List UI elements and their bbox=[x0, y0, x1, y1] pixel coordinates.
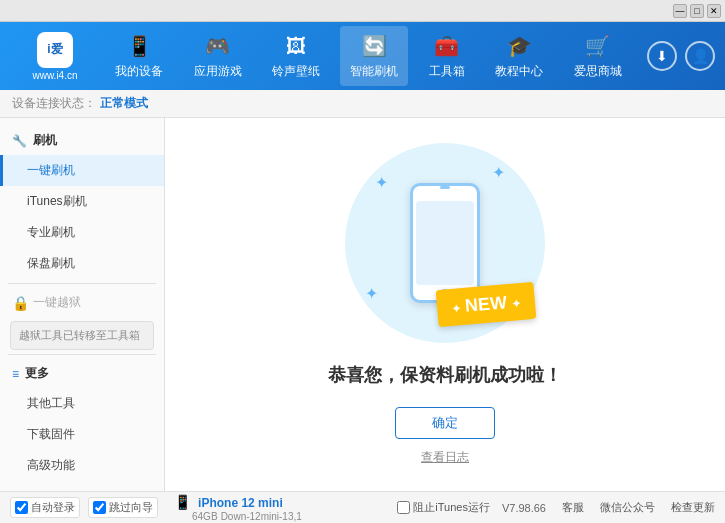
sidebar-item-other-tools[interactable]: 其他工具 bbox=[0, 388, 164, 419]
download-btn[interactable]: ⬇ bbox=[647, 41, 677, 71]
sparkle-3: ✦ bbox=[365, 284, 378, 303]
nav-bar: 📱 我的设备 🎮 应用游戏 🖼 铃声壁纸 🔄 智能刷机 🧰 工具箱 🎓 教程中心… bbox=[100, 26, 637, 86]
sidebar-divider-1 bbox=[8, 283, 156, 284]
logo-icon: i爱 bbox=[37, 32, 73, 68]
new-badge: ✦ NEW ✦ bbox=[436, 282, 537, 327]
sidebar-item-itunes-flash[interactable]: iTunes刷机 bbox=[0, 186, 164, 217]
nav-store[interactable]: 🛒 爱思商城 bbox=[564, 26, 632, 86]
main-layout: 🔧 刷机 一键刷机 iTunes刷机 专业刷机 保盘刷机 🔒 一键越狱 越狱工具… bbox=[0, 118, 725, 491]
minimize-btn[interactable]: — bbox=[673, 4, 687, 18]
sparkle-1: ✦ bbox=[375, 173, 388, 192]
nav-toolbox[interactable]: 🧰 工具箱 bbox=[419, 26, 475, 86]
sidebar: 🔧 刷机 一键刷机 iTunes刷机 专业刷机 保盘刷机 🔒 一键越狱 越狱工具… bbox=[0, 118, 165, 491]
store-icon: 🛒 bbox=[584, 32, 612, 60]
nav-my-device[interactable]: 📱 我的设备 bbox=[105, 26, 173, 86]
auto-connect-input[interactable] bbox=[15, 501, 28, 514]
apps-icon: 🎮 bbox=[204, 32, 232, 60]
check-update-link[interactable]: 检查更新 bbox=[671, 500, 715, 515]
header-right: ⬇ 👤 bbox=[647, 41, 715, 71]
bottom-right: V7.98.66 客服 微信公众号 检查更新 bbox=[502, 500, 715, 515]
header: i爱 www.i4.cn 📱 我的设备 🎮 应用游戏 🖼 铃声壁纸 🔄 智能刷机… bbox=[0, 22, 725, 90]
confirm-button[interactable]: 确定 bbox=[395, 407, 495, 439]
wechat-link[interactable]: 微信公众号 bbox=[600, 500, 655, 515]
sidebar-item-pro-flash[interactable]: 专业刷机 bbox=[0, 217, 164, 248]
toolbox-icon: 🧰 bbox=[433, 32, 461, 60]
close-btn[interactable]: ✕ bbox=[707, 4, 721, 18]
device-firmware-val: Down-12mini-13,1 bbox=[221, 511, 302, 522]
prevent-itunes-checkbox[interactable] bbox=[397, 501, 410, 514]
jailbreak-note: 越狱工具已转移至工具箱 bbox=[10, 321, 154, 350]
device-name: iPhone 12 mini bbox=[198, 496, 283, 510]
version-label: V7.98.66 bbox=[502, 502, 546, 514]
phone-illustration: ✦ ✦ ✦ ✦ NEW ✦ bbox=[345, 143, 545, 343]
status-bar: 设备连接状态： 正常模式 bbox=[0, 90, 725, 118]
device-icon: 📱 bbox=[174, 494, 191, 510]
sidebar-section-jailbreak: 🔒 一键越狱 bbox=[0, 288, 164, 317]
phone-screen bbox=[416, 201, 474, 285]
sparkle-2: ✦ bbox=[492, 163, 505, 182]
bottom-left: 自动登录 跳过向导 📱 iPhone 12 mini 64GB Down-12m… bbox=[10, 494, 397, 522]
device-storage: 64GB bbox=[192, 511, 218, 522]
more-section-icon: ≡ bbox=[12, 367, 19, 381]
sidebar-item-save-flash[interactable]: 保盘刷机 bbox=[0, 248, 164, 279]
phone-body bbox=[410, 183, 480, 303]
nav-tutorials[interactable]: 🎓 教程中心 bbox=[485, 26, 553, 86]
status-label: 设备连接状态： bbox=[12, 95, 96, 112]
success-message: 恭喜您，保资料刷机成功啦！ bbox=[328, 363, 562, 387]
logo-text: www.i4.cn bbox=[32, 70, 77, 81]
logo-area: i爱 www.i4.cn bbox=[10, 32, 100, 81]
skip-wizard-checkbox[interactable]: 跳过向导 bbox=[88, 497, 158, 518]
auto-connect-checkbox[interactable]: 自动登录 bbox=[10, 497, 80, 518]
status-value: 正常模式 bbox=[100, 95, 148, 112]
device-info: 📱 iPhone 12 mini 64GB Down-12mini-13,1 bbox=[174, 494, 302, 522]
maximize-btn[interactable]: □ bbox=[690, 4, 704, 18]
sidebar-item-one-key-flash[interactable]: 一键刷机 bbox=[0, 155, 164, 186]
content-area: ✦ ✦ ✦ ✦ NEW ✦ 恭喜您，保资料刷机成功啦！ 确定 查看日志 bbox=[165, 118, 725, 491]
nav-apps[interactable]: 🎮 应用游戏 bbox=[184, 26, 252, 86]
my-device-icon: 📱 bbox=[125, 32, 153, 60]
user-btn[interactable]: 👤 bbox=[685, 41, 715, 71]
title-bar: — □ ✕ bbox=[0, 0, 725, 22]
prevent-itunes[interactable]: 阻止iTunes运行 bbox=[397, 500, 490, 515]
wallpaper-icon: 🖼 bbox=[282, 32, 310, 60]
flash-section-icon: 🔧 bbox=[12, 134, 27, 148]
sidebar-section-more: ≡ 更多 bbox=[0, 359, 164, 388]
nav-wallpaper[interactable]: 🖼 铃声壁纸 bbox=[262, 26, 330, 86]
sidebar-section-flash: 🔧 刷机 bbox=[0, 126, 164, 155]
skip-wizard-input[interactable] bbox=[93, 501, 106, 514]
tutorials-icon: 🎓 bbox=[505, 32, 533, 60]
sidebar-divider-2 bbox=[8, 354, 156, 355]
phone-circle: ✦ ✦ ✦ ✦ NEW ✦ bbox=[345, 143, 545, 343]
smart-flash-icon: 🔄 bbox=[360, 32, 388, 60]
no-show-link[interactable]: 查看日志 bbox=[421, 449, 469, 466]
sidebar-item-download-firmware[interactable]: 下载固件 bbox=[0, 419, 164, 450]
nav-smart-flash[interactable]: 🔄 智能刷机 bbox=[340, 26, 408, 86]
sidebar-item-advanced[interactable]: 高级功能 bbox=[0, 450, 164, 481]
bottom-bar: 自动登录 跳过向导 📱 iPhone 12 mini 64GB Down-12m… bbox=[0, 491, 725, 523]
customer-service-link[interactable]: 客服 bbox=[562, 500, 584, 515]
